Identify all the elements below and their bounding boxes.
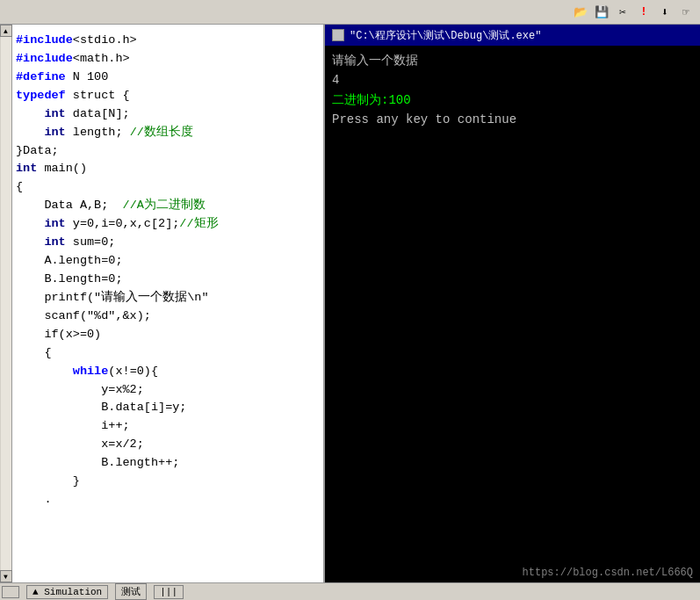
console-titlebar: "C:\程序设计\测试\Debug\测试.exe" — [325, 25, 700, 46]
scroll-up-btn[interactable]: ▲ — [0, 25, 12, 37]
bottom-tabs: ▲ Simulation 测试 ||| — [19, 583, 191, 600]
code-editor-container: ▲ ▼ #include<stdio.h> #include<math.h> #… — [0, 25, 325, 582]
toolbar-icon-arrow[interactable]: ⬇ — [656, 4, 674, 21]
tab-misc[interactable]: ||| — [154, 585, 184, 599]
main-area: ▲ ▼ #include<stdio.h> #include<math.h> #… — [0, 25, 700, 582]
code-editor[interactable]: #include<stdio.h> #include<math.h> #defi… — [12, 25, 325, 582]
console-line-2: 4 — [332, 70, 693, 90]
console-title: "C:\程序设计\测试\Debug\测试.exe" — [350, 28, 541, 43]
toolbar-icon-cursor[interactable]: ☞ — [677, 4, 695, 21]
toolbar-icon-exclaim[interactable]: ! — [635, 4, 653, 21]
toolbar: 📂 💾 ✂ ! ⬇ ☞ — [0, 0, 700, 25]
bottom-scrollbar-thumb[interactable] — [2, 586, 19, 598]
console-line-4: Press any key to continue — [332, 110, 693, 129]
toolbar-icon-3[interactable]: ✂ — [614, 4, 631, 21]
console-body: 请输入一个数据 4 二进制为:100 Press any key to cont… — [325, 46, 700, 563]
toolbar-icon-1[interactable]: 📂 — [572, 4, 589, 21]
console-line-3: 二进制为:100 — [332, 90, 693, 110]
scroll-down-btn[interactable]: ▼ — [0, 570, 12, 582]
console-panel: "C:\程序设计\测试\Debug\测试.exe" 请输入一个数据 4 二进制为… — [325, 25, 700, 582]
scroll-track — [1, 37, 11, 570]
console-footer: https://blog.csdn.net/L666Q — [325, 563, 700, 582]
console-line-1: 请输入一个数据 — [332, 51, 693, 70]
left-scrollbar[interactable]: ▲ ▼ — [0, 25, 12, 582]
tab-simulation[interactable]: ▲ Simulation — [26, 585, 108, 599]
toolbar-icon-2[interactable]: 💾 — [593, 4, 610, 21]
bottom-bar: ▲ Simulation 测试 ||| — [0, 582, 700, 600]
console-window-icon — [332, 29, 344, 41]
tab-test[interactable]: 测试 — [115, 583, 147, 600]
